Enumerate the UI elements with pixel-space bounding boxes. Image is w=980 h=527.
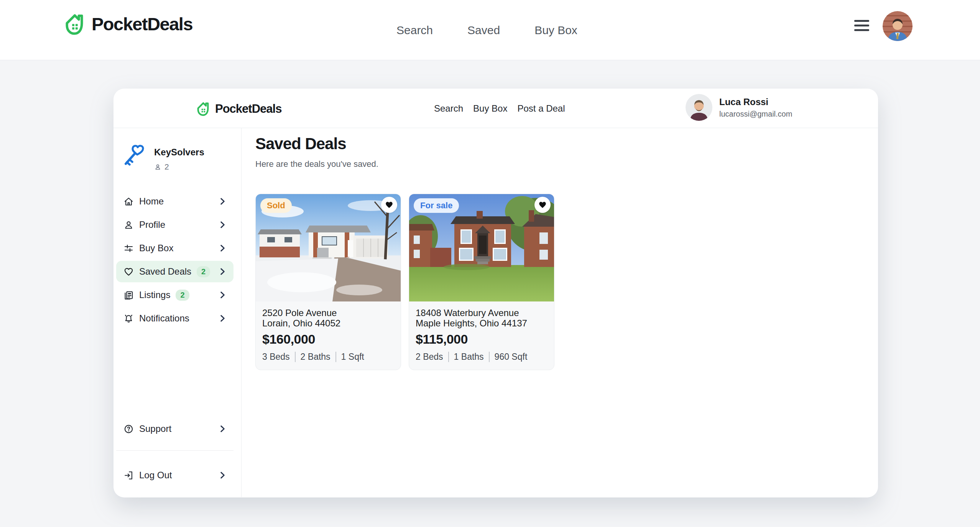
listings-count-badge: 2 xyxy=(176,290,189,301)
hamburger-menu-icon[interactable] xyxy=(854,20,869,31)
sidebar-item-profile[interactable]: Profile xyxy=(116,214,233,236)
saved-deals-count-badge: 2 xyxy=(197,266,210,277)
listings-icon xyxy=(123,290,134,300)
account-menu[interactable]: Luca Rossi lucarossi@gmail.com xyxy=(686,94,792,121)
sidebar: KeySolvers 2 Home xyxy=(113,128,242,497)
chevron-right-icon xyxy=(217,196,227,206)
logout-icon xyxy=(123,470,134,481)
deal-address-line1: 2520 Pole Avenue xyxy=(262,308,395,318)
sliders-icon xyxy=(123,243,134,254)
main-content: Saved Deals Here are the deals you've sa… xyxy=(242,128,878,497)
chevron-right-icon xyxy=(217,313,227,323)
sidebar-item-listings[interactable]: Listings 2 xyxy=(116,284,233,306)
deal-sqft: 960 Sqft xyxy=(495,352,528,362)
user-avatar[interactable] xyxy=(883,11,913,41)
deal-specs: 2 Beds 1 Baths 960 Sqft xyxy=(416,352,548,362)
avatar-image xyxy=(883,11,913,41)
sidebar-item-log-out[interactable]: Log Out xyxy=(116,464,233,486)
sidebar-item-label: Profile xyxy=(139,219,165,230)
deal-beds: 3 Beds xyxy=(262,352,290,362)
account-name: Luca Rossi xyxy=(719,97,792,107)
sidebar-menu: Home Profile xyxy=(113,191,241,331)
sidebar-item-saved-deals[interactable]: Saved Deals 2 xyxy=(116,261,233,282)
app-window: PocketDeals Search Buy Box Post a Deal L… xyxy=(113,89,878,497)
team-name: KeySolvers xyxy=(154,147,204,158)
sidebar-item-label: Buy Box xyxy=(139,243,173,254)
deal-baths: 2 Baths xyxy=(301,352,331,362)
sidebar-item-label: Home xyxy=(139,196,164,207)
deal-card-grid: Sold 2520 Pole Avenue Lorain, Ohio 44052… xyxy=(255,194,878,370)
deal-card-2520-pole-avenue[interactable]: Sold 2520 Pole Avenue Lorain, Ohio 44052… xyxy=(255,194,401,370)
spec-divider xyxy=(448,352,449,362)
page-subtitle: Here are the deals you've saved. xyxy=(255,159,878,170)
property-photo: Sold xyxy=(256,194,401,301)
sidebar-item-label: Notifications xyxy=(139,313,189,324)
spec-divider xyxy=(335,352,336,362)
heart-filled-icon xyxy=(385,201,393,209)
sidebar-item-label: Saved Deals xyxy=(139,266,191,277)
help-circle-icon xyxy=(123,424,134,434)
person-icon xyxy=(154,163,161,171)
app-brand-logo[interactable]: PocketDeals xyxy=(195,100,281,117)
heart-icon xyxy=(123,267,134,277)
deal-price: $115,000 xyxy=(416,332,548,347)
sidebar-item-label: Support xyxy=(139,423,171,434)
top-nav-buy-box[interactable]: Buy Box xyxy=(534,24,577,37)
team-block[interactable]: KeySolvers 2 xyxy=(122,144,241,171)
deal-price: $160,000 xyxy=(262,332,395,347)
deal-address-line1: 18408 Waterbury Avenue xyxy=(416,308,548,318)
property-photo: For sale xyxy=(409,194,554,301)
deal-card-18408-waterbury-avenue[interactable]: For sale 18408 Waterbury Avenue Maple He… xyxy=(409,194,554,370)
sidebar-item-label: Listings xyxy=(139,290,170,300)
app-nav-search[interactable]: Search xyxy=(434,103,463,114)
app-nav-buy-box[interactable]: Buy Box xyxy=(473,103,507,114)
sidebar-item-home[interactable]: Home xyxy=(116,191,233,212)
deal-details: 2520 Pole Avenue Lorain, Ohio 44052 $160… xyxy=(256,301,401,370)
key-icon xyxy=(122,144,146,168)
brand-logo[interactable]: PocketDeals xyxy=(62,12,192,36)
sidebar-item-notifications[interactable]: Notifications xyxy=(116,308,233,329)
top-nav: Search Saved Buy Box xyxy=(396,0,577,60)
user-icon xyxy=(123,220,134,230)
favorite-button[interactable] xyxy=(381,197,397,213)
sidebar-item-buy-box[interactable]: Buy Box xyxy=(116,237,233,259)
account-email: lucarossi@gmail.com xyxy=(719,110,792,119)
app-header: PocketDeals Search Buy Box Post a Deal L… xyxy=(113,89,878,128)
chevron-right-icon xyxy=(217,470,227,480)
house-logo-icon xyxy=(195,100,211,117)
sidebar-item-label: Log Out xyxy=(139,470,172,481)
chevron-right-icon xyxy=(217,243,227,253)
app-nav-post-a-deal[interactable]: Post a Deal xyxy=(517,103,565,114)
home-icon xyxy=(123,196,134,207)
top-header: PocketDeals Search Saved Buy Box xyxy=(0,0,980,60)
spec-divider xyxy=(489,352,490,362)
app-nav: Search Buy Box Post a Deal xyxy=(434,89,565,128)
deal-sqft: 1 Sqft xyxy=(341,352,364,362)
deal-beds: 2 Beds xyxy=(416,352,443,362)
brand-name: PocketDeals xyxy=(92,13,192,35)
deal-address-line2: Maple Heights, Ohio 44137 xyxy=(416,318,548,328)
top-nav-saved[interactable]: Saved xyxy=(467,24,500,37)
sidebar-footer: Support Log Out xyxy=(113,418,241,488)
spec-divider xyxy=(295,352,296,362)
status-badge: For sale xyxy=(414,198,459,213)
top-nav-search[interactable]: Search xyxy=(396,24,433,37)
favorite-button[interactable] xyxy=(534,197,551,213)
chevron-right-icon xyxy=(217,290,227,300)
status-badge: Sold xyxy=(260,198,292,213)
heart-filled-icon xyxy=(538,201,547,209)
deal-details: 18408 Waterbury Avenue Maple Heights, Oh… xyxy=(409,301,554,370)
team-member-count: 2 xyxy=(164,162,169,171)
sidebar-divider xyxy=(116,450,233,451)
chevron-right-icon xyxy=(217,267,227,277)
bell-icon xyxy=(123,313,134,324)
chevron-right-icon xyxy=(217,220,227,230)
deal-address-line2: Lorain, Ohio 44052 xyxy=(262,318,395,328)
account-avatar xyxy=(686,94,712,121)
sidebar-item-support[interactable]: Support xyxy=(116,418,233,440)
chevron-right-icon xyxy=(217,424,227,434)
house-logo-icon xyxy=(62,12,86,36)
deal-baths: 1 Baths xyxy=(454,352,484,362)
deal-specs: 3 Beds 2 Baths 1 Sqft xyxy=(262,352,395,362)
app-brand-name: PocketDeals xyxy=(215,102,281,116)
